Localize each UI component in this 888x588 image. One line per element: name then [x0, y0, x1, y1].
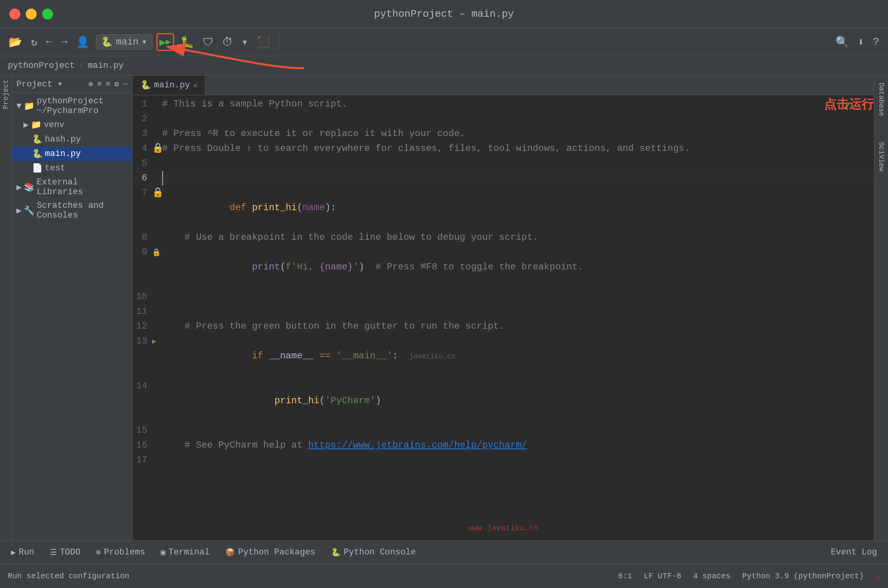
tree-item-external-libs[interactable]: ▶ 📚 External Libraries [12, 175, 132, 199]
editor-tab-mainpy[interactable]: 🐍 main.py ✕ [133, 76, 205, 95]
code-line-1: 1 # This is a sample Python script. 点击运行 [133, 97, 874, 112]
stop-icon[interactable]: ⬛ [254, 33, 272, 51]
tree-item-hashpy[interactable]: 🐍 hash.py [12, 132, 132, 147]
flatten-icon[interactable]: ≡ [97, 80, 102, 89]
python-console-tab-icon: 🐍 [331, 547, 341, 557]
gutter-9: 🔒 [152, 245, 162, 289]
problems-tab-label: Problems [104, 547, 145, 557]
line-code-17 [162, 453, 874, 468]
collapse-icon[interactable]: ≡ [106, 80, 110, 89]
line-number-10: 10 [133, 289, 152, 304]
left-strip: Project [0, 76, 12, 540]
code-editor[interactable]: ✓ 1 # This is a sample Python script. 点击… [133, 95, 874, 540]
code-lines[interactable]: 1 # This is a sample Python script. 点击运行… [133, 95, 874, 540]
target-icon[interactable]: ⊕ [88, 79, 93, 89]
breadcrumb-file[interactable]: main.py [88, 61, 124, 71]
forward-icon[interactable]: → [59, 34, 70, 50]
line-code-15 [162, 423, 874, 438]
status-interpreter[interactable]: Python 3.9 (pythonProject) [742, 572, 864, 581]
code-line-2: 2 [133, 112, 874, 126]
help-icon[interactable]: ? [870, 34, 882, 50]
project-strip-label[interactable]: Project [2, 80, 10, 109]
code-line-10: 10 [133, 289, 874, 304]
line-code-3: # Press ^R to execute it or replace it w… [162, 126, 874, 141]
titlebar: pythonProject – main.py [0, 0, 888, 28]
tree-item-scratches[interactable]: ▶ 🔧 Scratches and Consoles [12, 199, 132, 222]
line-code-2 [162, 112, 874, 126]
database-sidebar-label[interactable]: Database [877, 80, 885, 119]
tab-close-icon[interactable]: ✕ [193, 81, 197, 90]
coverage-icon[interactable]: 🛡 [200, 33, 216, 51]
tree-item-test[interactable]: 📄 test [12, 161, 132, 175]
line-number-15: 15 [133, 423, 152, 438]
line-number-14: 14 [133, 379, 152, 423]
status-error-icon[interactable]: ⚠ [876, 571, 880, 581]
sciview-sidebar-label[interactable]: SciView [877, 139, 885, 175]
settings-icon[interactable]: ⚙ [114, 79, 119, 89]
run-config-dropdown-icon: ▾ [142, 36, 147, 48]
code-line-3: 3 # Press ^R to execute it or replace it… [133, 126, 874, 141]
bottom-tab-event-log[interactable]: Event Log [824, 545, 884, 560]
tree-item-label: Scratches and Consoles [37, 201, 129, 220]
status-encoding[interactable]: LF UTF-8 [644, 572, 681, 581]
status-bar-right: 6:1 LF UTF-8 4 spaces Python 3.9 (python… [618, 571, 880, 581]
gutter-13[interactable]: ▶ [152, 334, 162, 379]
line-code-6 [162, 171, 874, 186]
status-position[interactable]: 6:1 [618, 572, 632, 581]
project-panel-toolbar: Project ▾ ⊕ ≡ ≡ ⚙ — [12, 76, 132, 93]
run-config-selector[interactable]: 🐍 main ▾ [96, 34, 152, 50]
editor-area: 🐍 main.py ✕ ✓ 1 # This is a sample Pytho… [133, 76, 874, 540]
bottom-tab-problems[interactable]: ⊗ Problems [89, 545, 152, 560]
line-number-3: 3 [133, 126, 152, 141]
tree-item-root[interactable]: ▼ 📁 pythonProject ~/PycharmPro [12, 94, 132, 118]
more-run-icon[interactable]: ▾ [239, 33, 251, 51]
bottom-tab-todo[interactable]: ☰ TODO [43, 545, 88, 560]
open-icon[interactable]: 📂 [6, 33, 25, 51]
run-gutter-arrow[interactable]: ▶ [152, 338, 156, 345]
sync-icon[interactable]: ↻ [28, 33, 40, 51]
profile-run-icon[interactable]: ⏱ [220, 33, 235, 51]
gutter-17 [152, 453, 162, 468]
tab-label: main.py [154, 80, 190, 90]
bottom-tab-python-packages[interactable]: 📦 Python Packages [218, 545, 322, 560]
line-code-7: def print_hi(name): [162, 186, 874, 230]
minimize-button[interactable] [26, 9, 37, 19]
bottom-tab-python-console[interactable]: 🐍 Python Console [324, 545, 423, 560]
editor-tabs: 🐍 main.py ✕ [133, 76, 874, 95]
breakpoint-icon[interactable]: 🔒 [152, 249, 161, 257]
line-code-12: # Press the green button in the gutter t… [162, 319, 874, 334]
gutter-11 [152, 304, 162, 319]
bottom-tab-terminal[interactable]: ▣ Terminal [154, 545, 217, 560]
debug-icon[interactable]: 🐛 [178, 33, 196, 51]
tree-item-venv[interactable]: ▶ 📁 venv [12, 118, 132, 132]
search-icon[interactable]: 🔍 [833, 33, 851, 51]
todo-tab-label: TODO [60, 547, 81, 557]
code-line-12: 12 # Press the green button in the gutte… [133, 319, 874, 334]
gutter-3 [152, 126, 162, 141]
line-code-16: # See PyCharm help at https://www.jetbra… [162, 438, 874, 453]
bottom-tab-run[interactable]: ▶ Run [4, 545, 41, 560]
status-indent[interactable]: 4 spaces [693, 572, 731, 581]
hide-icon[interactable]: — [123, 80, 127, 89]
line-number-9: 9 [133, 245, 152, 289]
bottom-tabs: ▶ Run ☰ TODO ⊗ Problems ▣ Terminal 📦 Pyt… [0, 540, 888, 564]
gutter-14 [152, 379, 162, 423]
run-button[interactable]: ▶ [156, 33, 174, 51]
profile-icon[interactable]: 👤 [74, 33, 92, 51]
close-button[interactable] [9, 9, 20, 19]
run-config-name: main [116, 37, 138, 47]
tree-item-label: External Libraries [37, 177, 129, 197]
maximize-button[interactable] [42, 9, 53, 19]
tree-item-label: hash.py [45, 135, 81, 144]
toolbar: 📂 ↻ ← → 👤 🐍 main ▾ ▶ 🐛 🛡 ⏱ ▾ ⬛ 🔍 ⬇ ? [0, 28, 888, 56]
tree-item-mainpy[interactable]: 🐍 main.py [12, 147, 132, 161]
python-packages-tab-label: Python Packages [238, 547, 315, 557]
line-number-17: 17 [133, 453, 152, 468]
line-number-11: 11 [133, 304, 152, 319]
venv-icon: 📁 [31, 120, 41, 130]
breadcrumb-project[interactable]: pythonProject [8, 61, 75, 71]
back-icon[interactable]: ← [44, 34, 55, 50]
line-number-1: 1 [133, 97, 152, 112]
line-code-13: if __name__ == '__main__': javatiku.cn [162, 334, 874, 379]
update-icon[interactable]: ⬇ [855, 33, 867, 51]
